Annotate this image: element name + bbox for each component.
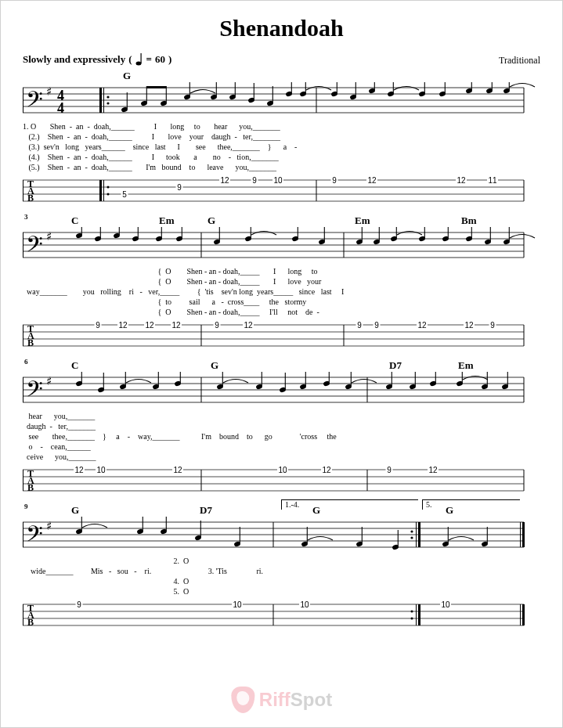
svg-text:9: 9 bbox=[96, 321, 100, 330]
lyric-line: hear you,_______ bbox=[23, 411, 540, 421]
chord-row: G bbox=[23, 70, 540, 82]
svg-text:12: 12 bbox=[367, 176, 377, 185]
chord-symbol: C bbox=[71, 359, 78, 372]
svg-text:12: 12 bbox=[173, 466, 182, 474]
chord-symbol: Em bbox=[458, 359, 474, 372]
tab-staff: TAB9101010 bbox=[23, 600, 540, 631]
watermark-logo: RiffSpot bbox=[231, 687, 332, 713]
music-staff: 𝄢♯44 bbox=[23, 82, 540, 118]
svg-point-330 bbox=[411, 611, 413, 613]
svg-text:9: 9 bbox=[252, 176, 257, 185]
svg-rect-314 bbox=[522, 522, 525, 547]
sheet-music-page: Shenandoah Slowly and expressively ( = 6… bbox=[0, 0, 563, 728]
lyric-line: way_______ you rolling ri - ver,_____ { … bbox=[23, 287, 540, 297]
svg-text:B: B bbox=[27, 337, 34, 348]
svg-rect-13 bbox=[103, 88, 104, 113]
chord-row: 9GD7GG1.-4.5. bbox=[23, 504, 540, 517]
svg-point-331 bbox=[411, 618, 413, 620]
lyric-line: { O Shen - an - doah,_____ I'll not de - bbox=[23, 307, 540, 317]
svg-point-305 bbox=[410, 530, 413, 532]
svg-text:9: 9 bbox=[215, 321, 219, 330]
lyrics-block: hear you,_______ daugh - ter,_______ see… bbox=[23, 411, 540, 462]
svg-text:12: 12 bbox=[220, 176, 229, 185]
svg-rect-80 bbox=[99, 180, 102, 201]
svg-text:12: 12 bbox=[464, 321, 474, 330]
svg-point-306 bbox=[410, 536, 413, 539]
quarter-note-icon bbox=[135, 52, 143, 67]
svg-text:12: 12 bbox=[428, 466, 438, 474]
tab-staff: TAB91212129129912129 bbox=[23, 320, 540, 351]
chord-symbol: G bbox=[123, 70, 131, 82]
music-staff: 𝄢♯ bbox=[23, 517, 540, 553]
svg-text:10: 10 bbox=[441, 600, 450, 609]
svg-rect-1 bbox=[140, 53, 141, 63]
music-system: G𝄢♯441. O Shen - an - doah,______ I long… bbox=[23, 70, 540, 207]
measure-number: 9 bbox=[24, 503, 28, 510]
svg-text:𝄢: 𝄢 bbox=[26, 377, 43, 406]
chord-symbol: G bbox=[208, 214, 215, 227]
svg-text:10: 10 bbox=[233, 600, 242, 609]
chord-symbol: C bbox=[71, 214, 78, 227]
chord-symbol: D7 bbox=[200, 504, 212, 517]
staff-wrap: 𝄢♯ bbox=[23, 227, 540, 263]
svg-text:12: 12 bbox=[118, 321, 128, 330]
lyric-line: 4. O bbox=[23, 576, 540, 586]
tempo-text: Slowly and expressively bbox=[23, 53, 125, 66]
svg-point-15 bbox=[106, 102, 109, 104]
svg-text:♯: ♯ bbox=[46, 375, 52, 387]
lyrics-block: 2. O wide_______ Mis - sou - ri. 3. 'Tis… bbox=[23, 556, 540, 596]
svg-text:12: 12 bbox=[171, 321, 181, 330]
svg-rect-307 bbox=[416, 522, 417, 547]
staff-wrap: 𝄢♯44 bbox=[23, 82, 540, 118]
svg-text:9: 9 bbox=[332, 176, 337, 185]
staff-wrap: 𝄢♯ bbox=[23, 517, 540, 553]
svg-text:12: 12 bbox=[322, 466, 331, 474]
measure-number: 6 bbox=[24, 358, 28, 366]
svg-rect-22 bbox=[146, 86, 166, 88]
svg-rect-81 bbox=[103, 180, 104, 201]
tempo-bpm: 60 bbox=[155, 53, 165, 66]
svg-rect-308 bbox=[418, 522, 420, 547]
lyric-line: see thee,_______ } a - way,_______ I'm b… bbox=[23, 431, 540, 441]
tab-staff: TAB1210121012912 bbox=[23, 465, 540, 496]
music-system: 6CGD7Em𝄢♯ hear you,_______ daugh - ter,_… bbox=[23, 359, 540, 496]
lyric-line: (5.) Shen - an - doah,______ I'm bound t… bbox=[23, 162, 540, 172]
svg-text:9: 9 bbox=[387, 466, 392, 474]
lyric-line: (4.) Shen - an - doah,______ I took a no… bbox=[23, 152, 540, 162]
lyric-line: ceive you,_______ bbox=[23, 452, 540, 462]
svg-point-82 bbox=[107, 186, 110, 189]
chord-symbol: G bbox=[211, 359, 218, 372]
svg-text:12: 12 bbox=[417, 321, 427, 330]
measure-number: 3 bbox=[24, 213, 28, 221]
svg-text:♯: ♯ bbox=[46, 520, 52, 532]
svg-text:10: 10 bbox=[96, 466, 106, 474]
chord-symbol: Bm bbox=[461, 214, 477, 227]
chord-symbol: Em bbox=[159, 214, 175, 227]
music-staff: 𝄢♯ bbox=[23, 227, 540, 263]
svg-text:9: 9 bbox=[490, 321, 495, 330]
svg-rect-337 bbox=[522, 604, 525, 625]
lyric-line: wide_______ Mis - sou - ri. 3. 'Tis ri. bbox=[23, 566, 540, 576]
svg-point-14 bbox=[106, 96, 109, 98]
svg-text:♯: ♯ bbox=[46, 85, 52, 98]
chord-row: 3CEmGEmBm bbox=[23, 214, 540, 227]
svg-text:𝄢: 𝄢 bbox=[26, 88, 43, 117]
svg-text:𝄢: 𝄢 bbox=[26, 522, 43, 551]
svg-text:12: 12 bbox=[457, 176, 466, 185]
svg-text:9: 9 bbox=[374, 321, 379, 330]
svg-text:♯: ♯ bbox=[46, 230, 52, 243]
svg-text:4: 4 bbox=[57, 100, 64, 116]
svg-text:B: B bbox=[27, 193, 34, 204]
chord-symbol: G bbox=[71, 504, 79, 517]
svg-text:12: 12 bbox=[74, 466, 84, 474]
staff-wrap: 𝄢♯ bbox=[23, 372, 540, 408]
lyric-line: daugh - ter,_______ bbox=[23, 421, 540, 431]
music-system: 3CEmGEmBm𝄢♯ { O Shen - an - doah,_____ I… bbox=[23, 214, 540, 351]
svg-text:9: 9 bbox=[77, 600, 81, 609]
lyric-line: 2. O bbox=[23, 556, 540, 566]
svg-text:10: 10 bbox=[278, 466, 287, 474]
song-title: Shenandoah bbox=[23, 15, 540, 41]
lyric-line: 5. O bbox=[23, 586, 540, 596]
pick-icon bbox=[231, 687, 254, 713]
lyrics-block: { O Shen - an - doah,_____ I long to { O… bbox=[23, 266, 540, 317]
